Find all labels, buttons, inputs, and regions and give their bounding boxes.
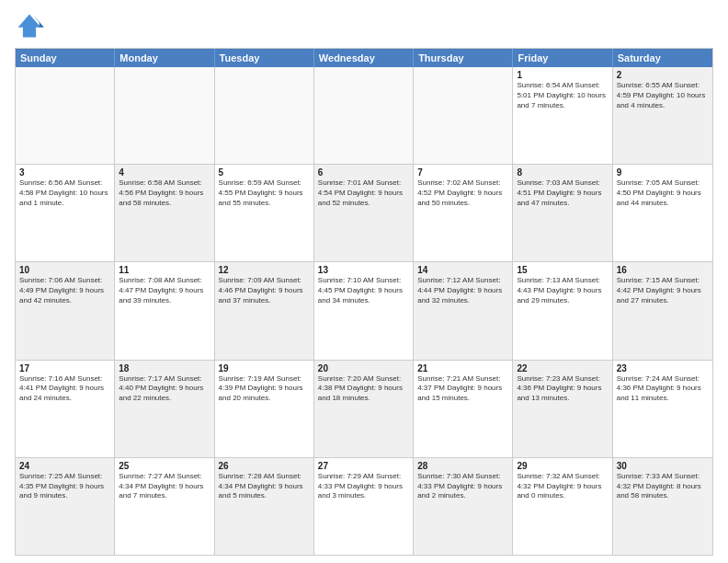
calendar-cell: 10Sunrise: 7:06 AM Sunset: 4:49 PM Dayli… bbox=[16, 262, 115, 359]
day-number: 7 bbox=[417, 167, 508, 178]
calendar-cell: 19Sunrise: 7:19 AM Sunset: 4:39 PM Dayli… bbox=[215, 361, 314, 457]
calendar-cell: 9Sunrise: 7:05 AM Sunset: 4:50 PM Daylig… bbox=[613, 165, 712, 261]
day-info: Sunrise: 7:17 AM Sunset: 4:40 PM Dayligh… bbox=[119, 374, 210, 404]
day-number: 24 bbox=[19, 461, 110, 471]
calendar-cell: 8Sunrise: 7:03 AM Sunset: 4:51 PM Daylig… bbox=[513, 165, 612, 261]
day-number: 23 bbox=[617, 363, 709, 373]
day-number: 22 bbox=[517, 363, 608, 373]
day-info: Sunrise: 7:03 AM Sunset: 4:51 PM Dayligh… bbox=[517, 178, 608, 208]
calendar-cell: 13Sunrise: 7:10 AM Sunset: 4:45 PM Dayli… bbox=[314, 262, 414, 359]
day-info: Sunrise: 7:25 AM Sunset: 4:35 PM Dayligh… bbox=[19, 472, 110, 501]
day-info: Sunrise: 7:29 AM Sunset: 4:33 PM Dayligh… bbox=[318, 472, 409, 501]
day-info: Sunrise: 7:06 AM Sunset: 4:49 PM Dayligh… bbox=[19, 276, 110, 305]
day-info: Sunrise: 7:30 AM Sunset: 4:33 PM Dayligh… bbox=[417, 472, 508, 501]
day-info: Sunrise: 7:20 AM Sunset: 4:38 PM Dayligh… bbox=[318, 374, 409, 404]
calendar-cell: 20Sunrise: 7:20 AM Sunset: 4:38 PM Dayli… bbox=[314, 361, 414, 457]
calendar-cell bbox=[314, 67, 414, 164]
calendar-cell: 1Sunrise: 6:54 AM Sunset: 5:01 PM Daylig… bbox=[513, 67, 612, 164]
calendar-cell: 17Sunrise: 7:16 AM Sunset: 4:41 PM Dayli… bbox=[16, 361, 115, 457]
calendar-cell: 28Sunrise: 7:30 AM Sunset: 4:33 PM Dayli… bbox=[414, 458, 513, 555]
day-info: Sunrise: 7:12 AM Sunset: 4:44 PM Dayligh… bbox=[417, 276, 508, 305]
weekday-header: Monday bbox=[115, 49, 214, 67]
calendar-cell: 29Sunrise: 7:32 AM Sunset: 4:32 PM Dayli… bbox=[513, 458, 612, 555]
calendar-cell: 22Sunrise: 7:23 AM Sunset: 4:36 PM Dayli… bbox=[513, 361, 612, 457]
calendar-cell: 27Sunrise: 7:29 AM Sunset: 4:33 PM Dayli… bbox=[314, 458, 414, 555]
calendar-cell: 6Sunrise: 7:01 AM Sunset: 4:54 PM Daylig… bbox=[314, 165, 414, 261]
calendar-body: 1Sunrise: 6:54 AM Sunset: 5:01 PM Daylig… bbox=[16, 67, 712, 555]
day-info: Sunrise: 7:33 AM Sunset: 4:32 PM Dayligh… bbox=[617, 472, 709, 501]
calendar-cell bbox=[115, 67, 214, 164]
weekday-header: Wednesday bbox=[314, 49, 414, 67]
day-number: 16 bbox=[617, 265, 709, 275]
calendar-cell: 18Sunrise: 7:17 AM Sunset: 4:40 PM Dayli… bbox=[115, 361, 214, 457]
day-number: 19 bbox=[219, 363, 310, 373]
day-number: 4 bbox=[119, 167, 210, 178]
day-number: 20 bbox=[318, 363, 409, 373]
calendar-cell: 16Sunrise: 7:15 AM Sunset: 4:42 PM Dayli… bbox=[613, 262, 712, 359]
calendar-cell bbox=[16, 67, 115, 164]
weekday-header: Saturday bbox=[613, 49, 712, 67]
day-info: Sunrise: 7:23 AM Sunset: 4:36 PM Dayligh… bbox=[517, 374, 608, 404]
calendar-cell: 25Sunrise: 7:27 AM Sunset: 4:34 PM Dayli… bbox=[115, 458, 214, 555]
weekday-header: Friday bbox=[513, 49, 612, 67]
calendar-cell: 11Sunrise: 7:08 AM Sunset: 4:47 PM Dayli… bbox=[115, 262, 214, 359]
header bbox=[15, 11, 713, 40]
day-number: 3 bbox=[19, 167, 110, 178]
day-info: Sunrise: 7:13 AM Sunset: 4:43 PM Dayligh… bbox=[517, 276, 608, 305]
day-number: 1 bbox=[517, 70, 608, 80]
day-info: Sunrise: 7:15 AM Sunset: 4:42 PM Dayligh… bbox=[617, 276, 709, 305]
day-info: Sunrise: 7:08 AM Sunset: 4:47 PM Dayligh… bbox=[119, 276, 210, 305]
day-number: 6 bbox=[318, 167, 409, 178]
day-info: Sunrise: 7:05 AM Sunset: 4:50 PM Dayligh… bbox=[617, 178, 709, 208]
calendar-cell: 30Sunrise: 7:33 AM Sunset: 4:32 PM Dayli… bbox=[613, 458, 712, 555]
calendar: SundayMondayTuesdayWednesdayThursdayFrid… bbox=[15, 48, 713, 556]
day-info: Sunrise: 7:01 AM Sunset: 4:54 PM Dayligh… bbox=[318, 178, 409, 208]
logo-icon bbox=[15, 11, 44, 40]
day-number: 2 bbox=[617, 70, 709, 80]
day-number: 14 bbox=[417, 265, 508, 275]
calendar-row: 10Sunrise: 7:06 AM Sunset: 4:49 PM Dayli… bbox=[16, 261, 712, 359]
day-number: 13 bbox=[318, 265, 409, 275]
svg-marker-0 bbox=[18, 15, 41, 38]
day-info: Sunrise: 6:56 AM Sunset: 4:58 PM Dayligh… bbox=[19, 178, 110, 208]
calendar-cell: 14Sunrise: 7:12 AM Sunset: 4:44 PM Dayli… bbox=[414, 262, 513, 359]
calendar-row: 24Sunrise: 7:25 AM Sunset: 4:35 PM Dayli… bbox=[16, 457, 712, 555]
day-info: Sunrise: 6:59 AM Sunset: 4:55 PM Dayligh… bbox=[219, 178, 310, 208]
calendar-cell: 12Sunrise: 7:09 AM Sunset: 4:46 PM Dayli… bbox=[215, 262, 314, 359]
day-info: Sunrise: 7:02 AM Sunset: 4:52 PM Dayligh… bbox=[417, 178, 508, 208]
day-number: 9 bbox=[617, 167, 709, 178]
day-info: Sunrise: 7:27 AM Sunset: 4:34 PM Dayligh… bbox=[119, 472, 210, 501]
calendar-cell: 3Sunrise: 6:56 AM Sunset: 4:58 PM Daylig… bbox=[16, 165, 115, 261]
calendar-cell: 26Sunrise: 7:28 AM Sunset: 4:34 PM Dayli… bbox=[215, 458, 314, 555]
calendar-cell: 23Sunrise: 7:24 AM Sunset: 4:36 PM Dayli… bbox=[613, 361, 712, 457]
calendar-cell: 15Sunrise: 7:13 AM Sunset: 4:43 PM Dayli… bbox=[513, 262, 612, 359]
day-info: Sunrise: 6:54 AM Sunset: 5:01 PM Dayligh… bbox=[517, 81, 608, 110]
day-info: Sunrise: 7:19 AM Sunset: 4:39 PM Dayligh… bbox=[219, 374, 310, 404]
day-info: Sunrise: 7:32 AM Sunset: 4:32 PM Dayligh… bbox=[517, 472, 608, 501]
day-number: 18 bbox=[119, 363, 210, 373]
calendar-cell: 21Sunrise: 7:21 AM Sunset: 4:37 PM Dayli… bbox=[414, 361, 513, 457]
day-info: Sunrise: 7:16 AM Sunset: 4:41 PM Dayligh… bbox=[19, 374, 110, 404]
day-info: Sunrise: 7:24 AM Sunset: 4:36 PM Dayligh… bbox=[617, 374, 709, 404]
day-info: Sunrise: 7:28 AM Sunset: 4:34 PM Dayligh… bbox=[219, 472, 310, 501]
day-number: 26 bbox=[219, 461, 310, 471]
day-number: 11 bbox=[119, 265, 210, 275]
day-number: 5 bbox=[219, 167, 310, 178]
day-number: 15 bbox=[517, 265, 608, 275]
weekday-header: Thursday bbox=[414, 49, 513, 67]
day-info: Sunrise: 7:21 AM Sunset: 4:37 PM Dayligh… bbox=[417, 374, 508, 404]
day-number: 28 bbox=[417, 461, 508, 471]
day-number: 21 bbox=[417, 363, 508, 373]
page: SundayMondayTuesdayWednesdayThursdayFrid… bbox=[0, 0, 728, 563]
calendar-row: 17Sunrise: 7:16 AM Sunset: 4:41 PM Dayli… bbox=[16, 360, 712, 457]
day-number: 30 bbox=[617, 461, 709, 471]
day-info: Sunrise: 6:55 AM Sunset: 4:59 PM Dayligh… bbox=[617, 81, 709, 110]
day-info: Sunrise: 6:58 AM Sunset: 4:56 PM Dayligh… bbox=[119, 178, 210, 208]
weekday-header: Sunday bbox=[16, 49, 115, 67]
calendar-cell bbox=[215, 67, 314, 164]
day-number: 25 bbox=[119, 461, 210, 471]
logo bbox=[15, 11, 48, 40]
day-number: 29 bbox=[517, 461, 608, 471]
calendar-cell: 4Sunrise: 6:58 AM Sunset: 4:56 PM Daylig… bbox=[115, 165, 214, 261]
weekday-header: Tuesday bbox=[215, 49, 314, 67]
